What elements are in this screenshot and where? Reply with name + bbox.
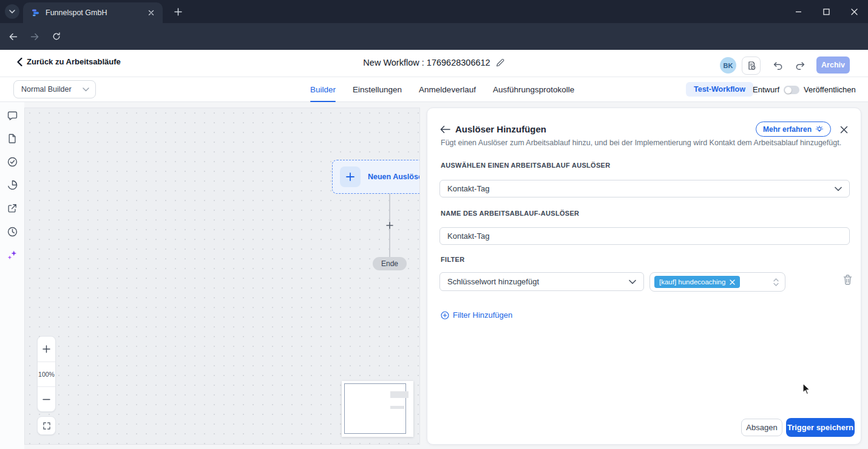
filter-tag-chip[interactable]: [kauf] hundecoaching: [654, 276, 740, 288]
undo-icon: [772, 61, 783, 70]
browser-tabstrip: Funnelspot GmbH: [0, 0, 868, 23]
add-filter-label: Filter Hinzufügen: [453, 310, 512, 320]
learn-more-button[interactable]: Mehr erfahren: [756, 122, 831, 137]
test-workflow-button[interactable]: Test-Workflow: [686, 82, 753, 97]
window-maximize-button[interactable]: [812, 0, 840, 23]
rail-document-button[interactable]: [6, 132, 18, 145]
rail-history-button[interactable]: [6, 225, 18, 238]
document-icon: [7, 133, 18, 144]
workflow-title: New Workflow : 1769628306612: [363, 58, 490, 67]
trigger-name-label: NAME DES ARBEITSABLAUF-AUSLÖSER: [441, 210, 579, 217]
new-tab-button[interactable]: [171, 5, 185, 18]
save-trigger-button[interactable]: Trigger speichern: [786, 418, 855, 437]
add-trigger-node[interactable]: Neuen Auslöser hinzufügen: [332, 160, 420, 194]
archive-button[interactable]: Archiv: [816, 57, 850, 74]
trigger-name-input[interactable]: [439, 227, 850, 245]
panel-description: Fügt einen Auslöser zum Arbeitsablauf hi…: [441, 139, 845, 147]
draft-label: Entwurf: [753, 85, 779, 94]
rail-tasks-button[interactable]: [6, 156, 18, 168]
plus-icon: [340, 166, 361, 187]
zoom-out-button[interactable]: [38, 386, 55, 411]
mouse-cursor: [800, 383, 812, 396]
back-to-workflows-link[interactable]: Zurück zu Arbeitsabläufe: [17, 57, 121, 66]
rail-external-link-button[interactable]: [6, 202, 18, 214]
tab-anmeldeverlauf[interactable]: Anmeldeverlauf: [419, 77, 476, 102]
trigger-select-label: AUSWÄHLEN EINEN ARBEITSABLAUF AUSLÖSER: [441, 162, 610, 169]
tab-einstellungen[interactable]: Einstellungen: [353, 77, 402, 102]
back-icon[interactable]: [6, 30, 19, 43]
add-filter-link[interactable]: Filter Hinzufügen: [441, 310, 512, 320]
plus-icon: [42, 345, 50, 353]
funnelspot-favicon: [30, 8, 40, 18]
tag-remove-icon[interactable]: [730, 279, 735, 285]
minimap-node: [390, 391, 409, 398]
filter-label: FILTER: [441, 256, 464, 263]
canvas-minimap[interactable]: [342, 381, 413, 437]
filter-tag-label: [kauf] hundecoaching: [659, 278, 725, 286]
fit-view-button[interactable]: [37, 416, 56, 435]
zoom-in-button[interactable]: [38, 337, 55, 362]
tab-ausfuehrungsprotokolle[interactable]: Ausführungsprotokolle: [493, 77, 574, 102]
tab-close-icon[interactable]: [146, 7, 157, 18]
trigger-node-label: Neuen Auslöser hinzufügen: [368, 173, 420, 181]
publish-toggle[interactable]: [784, 86, 799, 94]
tab-builder[interactable]: Builder: [310, 77, 336, 102]
bulb-icon: [815, 125, 824, 134]
rail-stats-button[interactable]: [6, 179, 18, 191]
trigger-type-value: Kontakt-Tag: [447, 184, 489, 193]
rail-chat-button[interactable]: [6, 109, 18, 122]
plus-circle-icon: [441, 311, 449, 320]
multiselect-stepper[interactable]: [773, 278, 779, 286]
filter-type-select[interactable]: Schlüsselwort hinzugefügt: [439, 272, 644, 291]
chevron-down-icon: [835, 187, 842, 191]
trigger-settings-panel: Auslöser Hinzufügen Mehr erfahren Fügt e…: [427, 108, 861, 445]
workflow-title-group: New Workflow : 1769628306612: [363, 58, 504, 67]
reload-icon[interactable]: [50, 30, 63, 43]
minus-icon: [42, 396, 50, 403]
redo-icon: [795, 61, 806, 70]
trigger-type-select[interactable]: Kontakt-Tag: [439, 180, 850, 197]
tab-title: Funnelspot GmbH: [46, 9, 146, 17]
browser-tab[interactable]: Funnelspot GmbH: [23, 2, 163, 23]
chat-icon: [7, 110, 18, 122]
chevron-down-icon: [773, 283, 779, 286]
workflow-tabs: Builder Einstellungen Anmeldeverlauf Aus…: [310, 77, 574, 102]
forward-icon[interactable]: [28, 30, 41, 43]
workflow-canvas[interactable]: Neuen Auslöser hinzufügen Ende 100%: [24, 108, 420, 445]
check-circle-icon: [7, 156, 18, 168]
builder-mode-value: Normal Builder: [21, 85, 72, 94]
external-link-icon: [7, 203, 18, 214]
trash-icon: [843, 275, 852, 285]
builder-mode-select[interactable]: Normal Builder: [13, 80, 96, 98]
expand-icon: [42, 422, 51, 430]
panel-close-icon[interactable]: [839, 125, 849, 134]
chevron-down-icon: [83, 87, 89, 92]
pie-chart-icon: [7, 179, 18, 191]
tab-search-button[interactable]: [5, 4, 19, 19]
filter-type-value: Schlüsselwort hinzugefügt: [447, 277, 539, 286]
minimap-node: [390, 406, 404, 409]
end-node: Ende: [373, 257, 407, 270]
chevron-down-icon: [629, 279, 636, 284]
cancel-button[interactable]: Absagen: [741, 419, 782, 436]
workflow-versions-button[interactable]: [742, 57, 761, 75]
chevron-down-icon: [9, 10, 15, 13]
add-step-plus-icon[interactable]: [385, 221, 394, 230]
redo-button[interactable]: [793, 58, 809, 73]
learn-more-label: Mehr erfahren: [763, 125, 812, 134]
user-avatar[interactable]: BK: [720, 57, 736, 74]
window-minimize-button[interactable]: [784, 0, 812, 23]
panel-back-arrow[interactable]: [439, 124, 450, 135]
undo-button[interactable]: [770, 58, 785, 73]
zoom-level: 100%: [38, 362, 55, 386]
rail-ai-button[interactable]: [6, 249, 18, 261]
window-close-button[interactable]: [840, 0, 868, 23]
chevron-up-icon: [773, 278, 779, 282]
edit-pencil-icon[interactable]: [496, 58, 505, 67]
browser-toolbar: app.funnelspot.io/location/7ZTlfNccQ31qZ…: [0, 23, 868, 50]
filter-value-multiselect[interactable]: [kauf] hundecoaching: [649, 272, 785, 292]
ai-sparkles-icon: [6, 249, 18, 261]
app-header: Zurück zu Arbeitsabläufe New Workflow : …: [0, 50, 868, 77]
publish-label: Veröffentlichen: [804, 85, 856, 94]
delete-filter-button[interactable]: [842, 274, 853, 285]
